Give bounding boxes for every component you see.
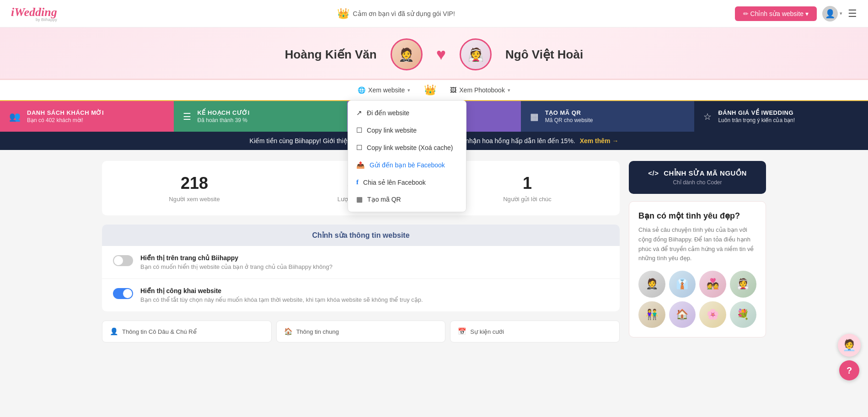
guests-card-title: DANH SÁCH KHÁCH MỜI <box>27 109 104 116</box>
love-photo-2: 👔 <box>669 271 696 298</box>
tab-wedding-event-label: Sự kiện cưới <box>470 328 504 335</box>
plan-icon: ☰ <box>183 111 191 122</box>
bride-avatar-icon: 👰 <box>468 47 484 62</box>
code-icon: </> <box>648 169 659 177</box>
create-qr-dropdown-item[interactable]: ▦ Tạo mã QR <box>348 191 466 208</box>
stat-viewers-value: 218 <box>111 174 278 193</box>
love-photo-5: 👫 <box>638 301 665 328</box>
send-facebook-friends-label: Gửi đến bạn bè Facebook <box>370 161 445 169</box>
groom-name: Hoàng Kiến Văn <box>285 48 377 62</box>
public-display-text: Hiển thị công khai website Bạn có thể tắ… <box>140 287 423 303</box>
homepage-display-desc: Bạn có muốn hiển thị website của bạn ở t… <box>140 263 332 270</box>
header-right: ✏ Chỉnh sửa website ▾ 👤 ▾ ☰ <box>735 6 857 21</box>
homepage-display-text: Hiển thị trên trang chủ Biihappy Bạn có … <box>140 254 332 270</box>
globe-icon: 🌐 <box>358 86 365 94</box>
goto-website-item[interactable]: ↗ Đi đến website <box>348 104 466 122</box>
love-card: Bạn có một tình yêu đẹp? Chia sẻ câu chu… <box>629 201 766 337</box>
hamburger-icon[interactable]: ☰ <box>848 8 857 20</box>
send-facebook-friends-item[interactable]: 📤 Gửi đến bạn bè Facebook <box>348 156 466 174</box>
review-card-title: Đánh giá về iWedding <box>718 109 795 116</box>
edit-info-body: Hiển thị trên trang chủ Biihappy Bạn có … <box>102 246 620 311</box>
edit-website-button[interactable]: ✏ Chỉnh sửa website ▾ <box>735 6 817 21</box>
plan-card-sub: Đã hoàn thành 39 % <box>198 117 250 123</box>
edit-info-card: Chỉnh sửa thông tin website Hiển thị trê… <box>102 225 620 311</box>
share-facebook-label: Chia sẻ lên Facebook <box>363 179 426 186</box>
star-icon: ☆ <box>703 111 712 122</box>
public-display-desc: Bạn có thể tắt tùy chọn này nếu muốn khó… <box>140 296 423 303</box>
chat-avatar-button[interactable]: 🧑‍💼 <box>838 334 861 353</box>
homepage-display-title: Hiển thị trên trang chủ Biihappy <box>140 254 332 262</box>
love-photo-1: 🤵 <box>638 271 665 298</box>
groom-avatar-icon: 🤵 <box>398 47 414 62</box>
share-facebook-item[interactable]: f Chia sẻ lên Facebook <box>348 174 466 191</box>
avatar-button[interactable]: 👤 ▾ <box>822 6 842 21</box>
review-card[interactable]: ☆ Đánh giá về iWedding Luôn trân trọng ý… <box>694 101 868 132</box>
promo-link[interactable]: Xem thêm → <box>580 137 619 144</box>
stat-wishes: 1 Người gửi lời chúc <box>444 174 611 203</box>
guests-card-text: DANH SÁCH KHÁCH MỜI Bạn có 402 khách mời… <box>27 109 104 123</box>
love-card-title: Bạn có một tình yêu đẹp? <box>638 211 756 221</box>
user-avatar: 👤 <box>822 6 838 21</box>
public-display-toggle[interactable] <box>113 288 133 299</box>
guests-icon: 👥 <box>9 111 21 122</box>
photobook-chevron-icon: ▾ <box>508 87 510 93</box>
bottom-tabs: 👤 Thông tin Cô Dâu & Chú Rể 🏠 Thông tin … <box>102 321 620 342</box>
website-chevron-icon: ▾ <box>407 87 410 93</box>
logo-text: iWedding <box>11 5 57 19</box>
qr-card-title: TẠO MÃ QR <box>545 109 593 116</box>
home-icon: 🏠 <box>284 327 293 336</box>
homepage-display-toggle[interactable] <box>113 255 133 266</box>
edit-info-header: Chỉnh sửa thông tin website <box>102 225 620 246</box>
submenu-bar: 🌐 Xem website ▾ ↗ Đi đến website ☐ Copy … <box>0 80 868 101</box>
bride-name: Ngô Việt Hoài <box>505 48 583 62</box>
copy-link-item[interactable]: ☐ Copy link website <box>348 122 466 139</box>
love-photos-grid: 🤵 👔 💑 👰 👫 🏠 🌸 💐 <box>638 271 756 328</box>
groom-avatar: 🤵 <box>391 38 423 70</box>
vip-crown-icon: 👑 <box>337 8 349 20</box>
coder-card[interactable]: </> CHỈNH SỬA MÃ NGUỒN Chỉ dành cho Code… <box>629 161 766 194</box>
right-panel: </> CHỈNH SỬA MÃ NGUỒN Chỉ dành cho Code… <box>629 161 766 342</box>
tab-general-info-label: Thông tin chung <box>296 328 339 335</box>
stat-wishes-value: 1 <box>444 174 611 193</box>
review-card-text: Đánh giá về iWedding Luôn trân trọng ý k… <box>718 109 795 123</box>
coder-card-title: </> CHỈNH SỬA MÃ NGUỒN <box>638 169 757 177</box>
guests-card[interactable]: 👥 DANH SÁCH KHÁCH MỜI Bạn có 402 khách m… <box>0 101 174 132</box>
stat-viewers: 218 Người xem website <box>111 174 278 203</box>
bride-avatar: 👰 <box>460 38 492 70</box>
love-card-desc: Chia sẻ câu chuyện tình yêu của bạn với … <box>638 225 756 263</box>
qr-card[interactable]: ▦ TẠO MÃ QR Mã QR cho website <box>521 101 695 132</box>
copy-link-nocache-item[interactable]: ☐ Copy link website (Xoá cache) <box>348 139 466 156</box>
love-photo-4: 👰 <box>730 271 757 298</box>
goto-website-label: Đi đến website <box>367 109 409 117</box>
calendar-icon: 📅 <box>458 327 466 336</box>
chat-bubble: 🧑‍💼 ? <box>838 334 861 353</box>
image-icon: 🖼 <box>450 86 456 94</box>
view-photobook-button[interactable]: 🖼 Xem Photobook ▾ <box>440 80 520 100</box>
homepage-display-row: Hiển thị trên trang chủ Biihappy Bạn có … <box>102 246 620 279</box>
love-photo-8: 💐 <box>730 301 757 328</box>
stat-wishes-label: Người gửi lời chúc <box>444 196 611 203</box>
plan-card-title: KẾ HOẠCH CƯỚI <box>198 109 250 116</box>
plan-card-text: KẾ HOẠCH CƯỚI Đã hoàn thành 39 % <box>198 109 250 123</box>
qr-card-sub: Mã QR cho website <box>545 117 593 123</box>
copy-icon: ☐ <box>356 126 362 134</box>
tab-bride-groom[interactable]: 👤 Thông tin Cô Dâu & Chú Rể <box>102 321 272 342</box>
vip-crown-submenu-icon: 👑 <box>420 84 440 96</box>
public-display-title: Hiển thị công khai website <box>140 287 423 294</box>
review-card-sub: Luôn trân trọng ý kiến của bạn! <box>718 117 795 123</box>
view-website-label: Xem website <box>368 86 405 94</box>
qr-card-text: TẠO MÃ QR Mã QR cho website <box>545 109 593 123</box>
logo: iWedding by Biihappy <box>11 5 57 22</box>
guests-card-sub: Bạn có 402 khách mời! <box>27 117 104 123</box>
vip-text: Cảm ơn bạn vì đã sử dụng gói VIP! <box>353 10 455 17</box>
avatar-icon: 👤 <box>825 9 835 19</box>
tab-general-info[interactable]: 🏠 Thông tin chung <box>276 321 446 342</box>
copy-nocache-icon: ☐ <box>356 144 362 152</box>
qr-action-icon: ▦ <box>530 111 539 122</box>
view-website-button[interactable]: 🌐 Xem website ▾ <box>348 80 420 100</box>
heart-icon: ♥ <box>436 45 446 64</box>
view-photobook-label: Xem Photobook <box>459 86 505 94</box>
love-photo-3: 💑 <box>699 271 726 298</box>
plan-card[interactable]: ☰ KẾ HOẠCH CƯỚI Đã hoàn thành 39 % <box>174 101 348 132</box>
tab-wedding-event[interactable]: 📅 Sự kiện cưới <box>450 321 620 342</box>
